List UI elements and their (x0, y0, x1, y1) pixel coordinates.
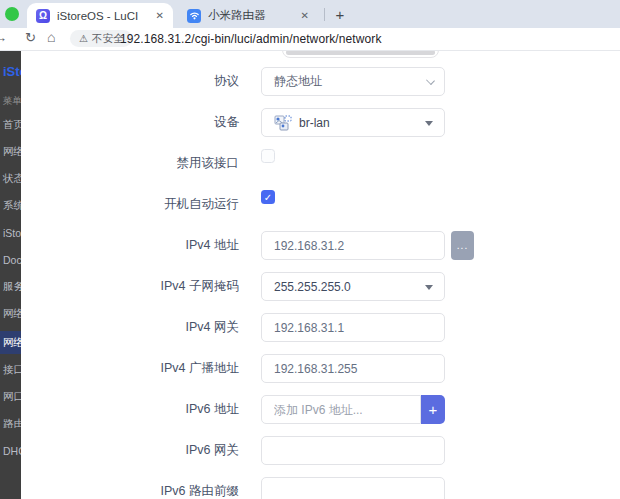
autostart-label: 开机自动运行 (21, 196, 261, 213)
menu-section-label: 菜单 (0, 91, 21, 111)
traffic-light-green[interactable] (5, 7, 19, 21)
address-bar: → ↻ ⌂ ⚠ 不安全 192.168.31.2/cgi-bin/luci/ad… (0, 28, 620, 51)
ipv4-gateway-row: IPv4 网关 (21, 313, 620, 342)
ipv6-prefix-label: IPv6 路由前缀 (21, 483, 261, 499)
dropdown-arrow-icon (425, 121, 433, 126)
sidebar-item-system[interactable]: 系统 (0, 192, 21, 219)
sidebar-item-status[interactable]: 状态 (0, 165, 21, 192)
tab-strip: Ω iStoreOS - LuCI ✕ 小米路由器 ✕ + (0, 0, 620, 28)
ipv6-prefix-row: IPv6 路由前缀 (21, 477, 620, 499)
ipv4-netmask-select[interactable]: 255.255.255.0 (261, 272, 445, 301)
istoreos-favicon-icon: Ω (36, 9, 50, 23)
interface-settings-form: 协议 静态地址 设备 (21, 51, 620, 499)
page: iStoreOS 菜单 首页 网络向导 状态 系统 iStore Docker … (0, 51, 620, 499)
sidebar-item-dhcp[interactable]: DHCP (0, 437, 21, 464)
bridge-device-icon (274, 115, 293, 131)
ipv4-address-row: IPv4 地址 ... (21, 231, 620, 260)
protocol-label: 协议 (21, 73, 261, 90)
clipped-scrollbar (286, 51, 435, 55)
device-row: 设备 br-lan (21, 108, 620, 137)
ipv4-netmask-value: 255.255.255.0 (274, 280, 351, 294)
warning-icon: ⚠ (79, 33, 88, 44)
sidebar-item-istore[interactable]: iStore (0, 219, 21, 246)
ipv4-gateway-input[interactable] (261, 313, 445, 342)
dropdown-arrow-icon (425, 285, 433, 290)
tab-title: 小米路由器 (208, 8, 301, 23)
ipv4-broadcast-input[interactable] (261, 354, 445, 383)
ipv6-address-row: IPv6 地址 + (21, 395, 620, 424)
istoreos-logo[interactable]: iStoreOS (0, 51, 21, 91)
ipv6-address-add-button[interactable]: + (421, 395, 445, 424)
ipv4-broadcast-row: IPv4 广播地址 (21, 354, 620, 383)
disable-row: 禁用该接口 ✓ (21, 149, 620, 178)
ipv6-gateway-label: IPv6 网关 (21, 442, 261, 459)
ipv6-prefix-input[interactable] (261, 477, 445, 499)
ipv4-broadcast-label: IPv4 广播地址 (21, 360, 261, 377)
forward-icon[interactable]: → (0, 30, 7, 45)
ipv6-address-label: IPv6 地址 (21, 401, 261, 418)
ipv4-address-input[interactable] (261, 231, 445, 260)
autostart-row: 开机自动运行 ✓ (21, 190, 620, 219)
ipv6-gateway-input[interactable] (261, 436, 445, 465)
browser-chrome: Ω iStoreOS - LuCI ✕ 小米路由器 ✕ + → ↻ ⌂ (0, 0, 620, 51)
new-tab-button[interactable]: + (330, 4, 350, 24)
ipv4-netmask-row: IPv4 子网掩码 255.255.255.0 (21, 272, 620, 301)
clipped-element-top (282, 51, 439, 58)
ipv6-address-input[interactable] (261, 395, 421, 424)
sidebar: iStoreOS 菜单 首页 网络向导 状态 系统 iStore Docker … (0, 51, 21, 499)
url-text[interactable]: 192.168.31.2/cgi-bin/luci/admin/network/… (120, 32, 382, 46)
sidebar-item-routes[interactable]: 路由 (0, 410, 21, 437)
device-value: br-lan (299, 116, 330, 130)
sidebar-item-docker[interactable]: Docker (0, 246, 21, 273)
home-icon[interactable]: ⌂ (47, 29, 55, 45)
protocol-value: 静态地址 (274, 73, 322, 90)
sidebar-item-network[interactable]: 网络 (0, 331, 21, 354)
sidebar-item-network-wizard[interactable]: 网络向导 (0, 138, 21, 165)
autostart-checkbox[interactable]: ✓ (261, 190, 275, 204)
ipv4-netmask-label: IPv4 子网掩码 (21, 278, 261, 295)
security-label: 不安全 (92, 32, 124, 46)
reload-icon[interactable]: ↻ (25, 30, 36, 45)
tab-divider (324, 8, 325, 21)
device-label: 设备 (21, 114, 261, 131)
checkmark-icon: ✓ (264, 192, 272, 203)
protocol-row: 协议 静态地址 (21, 67, 620, 96)
ipv4-address-more-button[interactable]: ... (451, 231, 474, 260)
tab-xiaomi-router[interactable]: 小米路由器 ✕ (178, 3, 318, 28)
disable-label: 禁用该接口 (21, 155, 261, 172)
device-select[interactable]: br-lan (261, 108, 445, 137)
ipv6-gateway-row: IPv6 网关 (21, 436, 620, 465)
sidebar-item-port-config[interactable]: 网口配置 (0, 383, 21, 410)
ipv4-address-label: IPv4 地址 (21, 237, 261, 254)
tab-close-icon[interactable]: ✕ (301, 10, 309, 21)
wifi-favicon-icon (187, 9, 201, 23)
sidebar-item-home[interactable]: 首页 (0, 111, 21, 138)
sidebar-item-nas[interactable]: 网络存储 (0, 300, 21, 327)
tab-close-icon[interactable]: ✕ (156, 10, 164, 21)
ipv4-gateway-label: IPv4 网关 (21, 319, 261, 336)
tab-istoreos[interactable]: Ω iStoreOS - LuCI ✕ (27, 3, 173, 28)
sidebar-item-services[interactable]: 服务 (0, 273, 21, 300)
tab-title: iStoreOS - LuCI (57, 10, 156, 22)
chevron-down-icon (427, 77, 434, 84)
sidebar-item-interfaces[interactable]: 接口 (0, 356, 21, 383)
protocol-select[interactable]: 静态地址 (261, 67, 445, 96)
disable-checkbox[interactable]: ✓ (261, 149, 275, 163)
